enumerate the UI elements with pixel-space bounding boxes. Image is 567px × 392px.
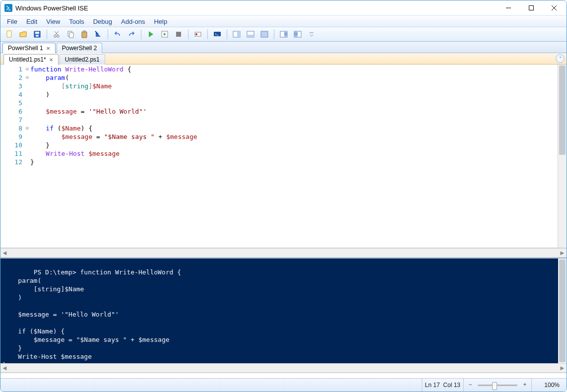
status-bar: Ln 17 Col 13 − + 100% [0,378,567,392]
zoom-in-icon[interactable]: + [521,382,528,389]
svg-rect-25 [237,31,240,37]
toolbar-separator [274,29,274,39]
window-controls [497,1,566,15]
save-icon[interactable] [31,28,44,40]
status-col: Col 13 [443,382,460,389]
svg-rect-2 [529,6,534,10]
svg-line-12 [55,31,58,35]
minimize-button[interactable] [497,1,520,15]
redo-icon[interactable] [125,28,138,40]
code-editor[interactable]: 123456789101112 ⊟⊟⊟ function Write-Hello… [0,65,567,248]
svg-rect-5 [7,31,11,37]
menu-edit[interactable]: Edit [22,17,42,26]
menu-debug[interactable]: Debug [89,17,117,26]
svg-rect-8 [36,35,39,37]
file-tab-strip: Untitled1.ps1*✕Untitled2.ps1˄ [0,53,567,65]
status-line: Ln 17 [425,382,440,389]
toolbar-separator [227,29,227,39]
svg-rect-15 [82,32,87,38]
zoom-slider-thumb[interactable] [492,382,497,390]
breakpoint-icon[interactable] [191,28,204,40]
file-tab[interactable]: Untitled1.ps1*✕ [3,54,59,65]
file-tab[interactable]: Untitled2.ps1 [60,54,105,65]
toolbar-separator [108,29,108,39]
maximize-button[interactable] [520,1,543,15]
menu-help[interactable]: Help [149,17,172,26]
stop-icon[interactable] [172,28,185,40]
close-icon[interactable]: ✕ [49,57,53,63]
svg-rect-34 [294,31,298,37]
show-command-icon[interactable] [277,28,290,40]
close-button[interactable] [543,1,566,15]
toolbar-separator [207,29,208,39]
menu-file[interactable]: File [2,17,22,26]
console-output[interactable]: PS D:\temp> function Write-HelloWord { p… [0,259,567,363]
cut-icon[interactable] [50,28,63,40]
toolbar-separator [188,29,189,39]
scrollbar-thumb[interactable] [559,260,566,362]
svg-line-3 [552,5,557,10]
zoom-slider[interactable] [478,385,517,386]
toolbar [0,27,567,42]
editor-pane: 123456789101112 ⊟⊟⊟ function Write-Hello… [0,65,567,258]
toolbar-separator [47,29,47,39]
console-vertical-scrollbar[interactable] [558,259,567,363]
title-bar: Windows PowerShell ISE [0,0,567,15]
paste-icon[interactable] [78,28,91,40]
scroll-left-arrow-icon[interactable]: ◄ [0,249,9,257]
expand-pane-icon[interactable]: ˄ [556,54,565,63]
scrollbar-thumb[interactable] [559,65,566,155]
status-line-col: Ln 17 Col 13 [422,379,463,392]
remote-icon[interactable] [211,28,224,40]
overflow-icon[interactable] [305,28,318,40]
fold-column[interactable]: ⊟⊟⊟ [24,65,30,248]
split-container: 123456789101112 ⊟⊟⊟ function Write-Hello… [0,65,567,373]
svg-line-11 [55,31,59,35]
undo-icon[interactable] [111,28,124,40]
runspace-tab[interactable]: PowerShell 2 [57,43,103,53]
zoom-out-icon[interactable]: − [467,382,474,389]
tab-label: PowerShell 2 [62,45,97,52]
svg-rect-27 [247,35,254,37]
zoom-control: − + [463,379,531,392]
show-addon-icon[interactable] [291,28,304,40]
runspace-tab[interactable]: PowerShell 1✕ [2,43,56,53]
resize-grip-area [0,373,567,378]
svg-line-4 [552,5,557,10]
editor-content[interactable]: function Write-HelloWord { param( [strin… [30,65,567,248]
svg-rect-22 [214,32,221,36]
tab-label: Untitled1.ps1* [9,56,46,63]
svg-rect-16 [83,31,85,32]
console-text[interactable]: PS D:\temp> function Write-HelloWord { p… [2,268,181,363]
scroll-right-arrow-icon[interactable]: ► [558,249,567,257]
svg-rect-28 [261,31,268,37]
zoom-level: 100% [531,379,563,392]
new-icon[interactable] [3,28,16,40]
clear-icon[interactable] [92,28,105,40]
svg-point-9 [54,35,57,38]
menu-bar: FileEditViewToolsDebugAdd-onsHelp [0,15,567,27]
console-horizontal-scrollbar[interactable]: ◄ ► [0,363,567,373]
menu-tools[interactable]: Tools [64,17,88,26]
layout-right-icon[interactable] [230,28,243,40]
run-icon[interactable] [144,28,157,40]
layout-full-icon[interactable] [258,28,271,40]
layout-bottom-icon[interactable] [244,28,257,40]
scroll-left-arrow-icon[interactable]: ◄ [0,364,9,372]
scroll-right-arrow-icon[interactable]: ► [558,364,567,372]
svg-rect-7 [35,32,39,34]
app-icon [4,4,12,12]
editor-vertical-scrollbar[interactable] [558,65,567,248]
menu-add-ons[interactable]: Add-ons [117,17,149,26]
open-icon[interactable] [17,28,30,40]
tab-label: Untitled2.ps1 [65,56,100,63]
svg-rect-19 [176,32,181,37]
svg-rect-14 [69,33,73,38]
window-root: Windows PowerShell ISE FileEditViewTools… [0,0,567,392]
window-title: Windows PowerShell ISE [15,4,88,12]
close-icon[interactable]: ✕ [46,46,50,51]
menu-view[interactable]: View [42,17,64,26]
editor-horizontal-scrollbar[interactable]: ◄ ► [0,248,567,258]
copy-icon[interactable] [64,28,77,40]
run-selection-icon[interactable] [158,28,171,40]
